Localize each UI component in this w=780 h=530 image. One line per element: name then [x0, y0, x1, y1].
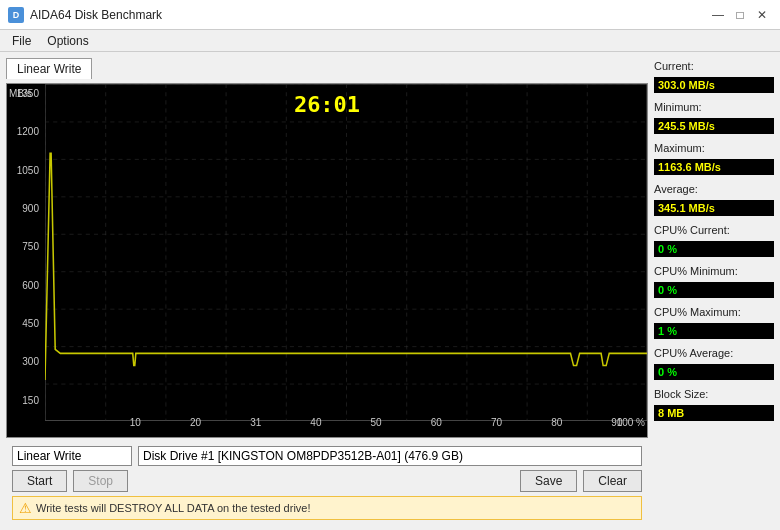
x-label-40: 40 [286, 417, 346, 428]
main-content: Linear Write MB/s 26:01 1350 1200 1050 9… [0, 52, 780, 530]
chart-svg [45, 84, 647, 421]
x-axis: 10 20 31 40 50 60 70 80 90 100 % [45, 415, 647, 437]
y-label-2: 1050 [9, 165, 43, 176]
cpu-minimum-label: CPU% Minimum: [654, 265, 774, 277]
bottom-controls: Linear Write Disk Drive #1 [KINGSTON OM8… [6, 442, 648, 524]
start-button[interactable]: Start [12, 470, 67, 492]
x-label-31: 31 [226, 417, 286, 428]
minimum-value: 245.5 MB/s [654, 118, 774, 134]
minimum-label: Minimum: [654, 101, 774, 113]
save-button[interactable]: Save [520, 470, 577, 492]
chart-container: MB/s 26:01 1350 1200 1050 900 750 600 45… [6, 83, 648, 438]
app-icon: D [8, 7, 24, 23]
y-label-3: 900 [9, 203, 43, 214]
cpu-maximum-value: 1 % [654, 323, 774, 339]
cpu-average-label: CPU% Average: [654, 347, 774, 359]
stop-button[interactable]: Stop [73, 470, 128, 492]
app-title: AIDA64 Disk Benchmark [30, 8, 162, 22]
maximize-button[interactable]: □ [730, 5, 750, 25]
cpu-average-value: 0 % [654, 364, 774, 380]
menu-options[interactable]: Options [39, 32, 96, 50]
warning-bar: ⚠ Write tests will DESTROY ALL DATA on t… [12, 496, 642, 520]
svg-rect-4 [45, 84, 647, 421]
maximum-label: Maximum: [654, 142, 774, 154]
y-label-1: 1200 [9, 126, 43, 137]
average-value: 345.1 MB/s [654, 200, 774, 216]
title-bar-controls: — □ ✕ [708, 5, 772, 25]
y-label-0: 1350 [9, 88, 43, 99]
y-label-5: 600 [9, 280, 43, 291]
x-label-80: 80 [527, 417, 587, 428]
x-label-50: 50 [346, 417, 406, 428]
x-label-20: 20 [165, 417, 225, 428]
close-button[interactable]: ✕ [752, 5, 772, 25]
menu-bar: File Options [0, 30, 780, 52]
controls-row-1: Linear Write Disk Drive #1 [KINGSTON OM8… [12, 446, 642, 466]
y-label-8: 150 [9, 395, 43, 406]
block-size-label: Block Size: [654, 388, 774, 400]
tab-linear-write[interactable]: Linear Write [6, 58, 92, 79]
block-size-value: 8 MB [654, 405, 774, 421]
test-dropdown[interactable]: Linear Write [12, 446, 132, 466]
drive-dropdown-wrapper: Disk Drive #1 [KINGSTON OM8PDP3512B-A01]… [138, 446, 642, 466]
maximum-value: 1163.6 MB/s [654, 159, 774, 175]
title-bar-left: D AIDA64 Disk Benchmark [8, 7, 162, 23]
controls-row-2: Start Stop Save Clear [12, 470, 642, 492]
cpu-maximum-label: CPU% Maximum: [654, 306, 774, 318]
x-label-60: 60 [406, 417, 466, 428]
title-bar: D AIDA64 Disk Benchmark — □ ✕ [0, 0, 780, 30]
minimize-button[interactable]: — [708, 5, 728, 25]
average-label: Average: [654, 183, 774, 195]
x-label-10: 10 [105, 417, 165, 428]
clear-button[interactable]: Clear [583, 470, 642, 492]
cpu-current-value: 0 % [654, 241, 774, 257]
x-label-70: 70 [466, 417, 526, 428]
drive-dropdown[interactable]: Disk Drive #1 [KINGSTON OM8PDP3512B-A01]… [138, 446, 642, 466]
right-panel: Current: 303.0 MB/s Minimum: 245.5 MB/s … [654, 58, 774, 524]
y-label-6: 450 [9, 318, 43, 329]
left-panel: Linear Write MB/s 26:01 1350 1200 1050 9… [6, 58, 648, 524]
menu-file[interactable]: File [4, 32, 39, 50]
warning-icon: ⚠ [19, 500, 32, 516]
current-value: 303.0 MB/s [654, 77, 774, 93]
current-label: Current: [654, 60, 774, 72]
cpu-minimum-value: 0 % [654, 282, 774, 298]
x-percent: 100 % [617, 417, 645, 428]
y-label-4: 750 [9, 241, 43, 252]
test-dropdown-wrapper: Linear Write [12, 446, 132, 466]
y-axis: 1350 1200 1050 900 750 600 450 300 150 [7, 84, 45, 437]
warning-text: Write tests will DESTROY ALL DATA on the… [36, 502, 311, 514]
y-label-7: 300 [9, 356, 43, 367]
cpu-current-label: CPU% Current: [654, 224, 774, 236]
tab-bar: Linear Write [6, 58, 648, 79]
